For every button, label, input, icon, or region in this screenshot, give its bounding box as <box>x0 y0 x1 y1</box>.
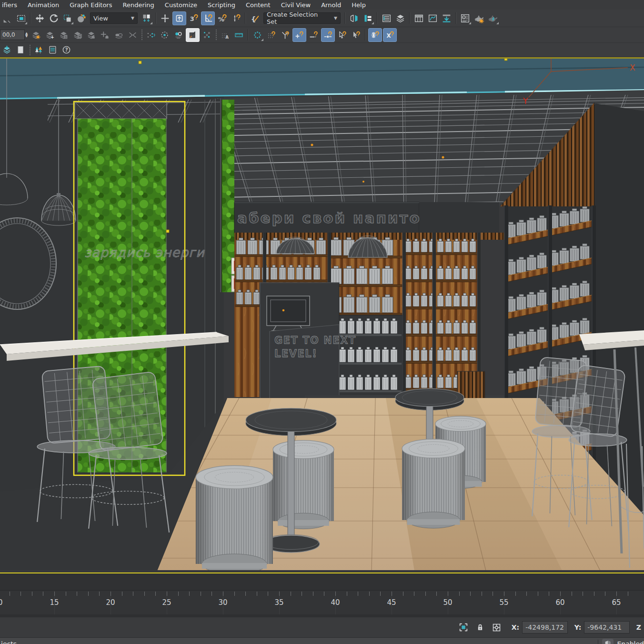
cursor-help-button[interactable] <box>336 29 349 41</box>
menu-item-animation[interactable]: Animation <box>22 1 64 9</box>
layer-download-button[interactable] <box>0 43 13 56</box>
measure-distance-button[interactable] <box>232 29 245 41</box>
paint-selection-button[interactable] <box>186 28 200 42</box>
select-and-scale-button[interactable] <box>61 12 74 25</box>
angle-snap-toggle-button[interactable] <box>201 11 215 25</box>
timeline-tick <box>335 592 336 596</box>
menu-item-graph-editors[interactable]: Graph Editors <box>64 1 117 9</box>
align-button[interactable] <box>362 12 374 25</box>
set-current-layer-home-icon <box>87 31 96 40</box>
menu-item-rendering[interactable]: Rendering <box>117 1 159 9</box>
select-objects-in-layer-button[interactable] <box>112 29 125 41</box>
menu-item-help[interactable]: Help <box>346 1 371 9</box>
selection-lock-toggle-button[interactable] <box>474 621 486 634</box>
align-pivots-button[interactable] <box>144 29 157 41</box>
edit-named-selection-sets-button[interactable]: { <box>248 12 261 25</box>
delete-help-button[interactable]: X <box>383 28 397 42</box>
delete-help-icon: X <box>385 31 394 40</box>
menu-item-arnold[interactable]: Arnold <box>316 1 346 9</box>
select-and-rotate-button[interactable] <box>47 12 60 25</box>
select-and-rotate-icon <box>49 13 59 23</box>
vegetation-paint-button[interactable] <box>32 43 45 56</box>
material-editor-button[interactable] <box>459 12 472 25</box>
timeline-tick <box>257 592 257 596</box>
center-to-object-button[interactable] <box>158 29 171 41</box>
merge-layers-button[interactable] <box>126 29 139 41</box>
security-shield-button[interactable] <box>602 639 614 644</box>
percent-snap-toggle-button[interactable]: % <box>216 12 229 25</box>
menu-bar: ifiersAnimationGraph EditorsRenderingCus… <box>0 0 644 10</box>
use-pivot-point-center-button[interactable] <box>140 12 153 25</box>
notes-document-button[interactable] <box>46 43 59 56</box>
isolate-selection-toggle-button[interactable] <box>458 621 470 634</box>
add-point-help-button[interactable] <box>292 28 306 42</box>
menu-item-civil-view[interactable]: Civil View <box>276 1 316 9</box>
spinner-snap-toggle-button[interactable] <box>230 12 242 25</box>
safe-scene-enabled-label: Enabled <box>617 640 644 644</box>
blank-canvas-button[interactable] <box>14 43 27 56</box>
clone-and-align-icon <box>174 31 183 40</box>
curve-editor-button[interactable] <box>426 12 439 25</box>
x-coordinate-field[interactable]: -42498,172 <box>522 621 568 634</box>
timeline-tick <box>369 592 370 596</box>
manage-layers-button[interactable] <box>30 29 42 41</box>
toggle-layer-explorer-button[interactable] <box>394 12 407 25</box>
absolute-mode-transform-button[interactable] <box>491 621 503 634</box>
mirror-button[interactable] <box>348 12 361 25</box>
reference-coordinate-system-dropdown[interactable]: View▼ <box>90 12 138 24</box>
snap-3d-button[interactable]: 3 <box>187 12 200 25</box>
set-current-layer-home-button[interactable] <box>85 29 98 41</box>
perspective-viewport[interactable]: XYзарядись энергиабери свой напиток здес… <box>0 57 644 573</box>
timeline-tick <box>20 592 21 596</box>
named-selection-set-dropdown[interactable]: Create Selection Set▼ <box>263 12 341 24</box>
cursor-filled-help-icon <box>352 31 361 40</box>
edit-named-selection-sets-icon: { <box>250 13 260 23</box>
y-coordinate-field[interactable]: -9642,431 <box>584 621 630 634</box>
svg-text:Y: Y <box>523 96 528 106</box>
snap-override-button[interactable] <box>159 12 171 25</box>
slider-help-button[interactable] <box>321 28 335 42</box>
grid-annotate-button[interactable]: A <box>219 29 231 41</box>
select-and-manipulate-button[interactable] <box>75 12 88 25</box>
segment-help-button[interactable] <box>307 29 320 41</box>
weight-spinner-spinner-arrows[interactable]: ▲▼ <box>25 32 28 38</box>
timeline-ruler[interactable]: 101520253035404550556065 <box>0 591 644 617</box>
toolbar-separator <box>409 12 410 24</box>
menu-item-scripting[interactable]: Scripting <box>202 1 241 9</box>
clone-and-align-button[interactable] <box>172 29 185 41</box>
scatter-objects-button[interactable] <box>201 29 213 41</box>
freeze-help-button[interactable] <box>368 28 382 42</box>
add-to-current-layer-button[interactable] <box>99 29 111 41</box>
spinner-snap-toggle-icon <box>231 13 241 23</box>
ik-chain-help-button[interactable] <box>279 29 292 41</box>
toolbar-separator <box>245 12 246 24</box>
create-new-layer-button[interactable]: + <box>43 29 56 41</box>
menu-item-customize[interactable]: Customize <box>160 1 202 9</box>
track-bar-strip[interactable] <box>0 573 644 591</box>
timeline-tick <box>144 592 145 596</box>
menu-item-content[interactable]: Content <box>241 1 276 9</box>
weight-spinner-field[interactable]: 00,0 <box>0 30 25 40</box>
rectangular-selection-region-button[interactable] <box>15 12 28 25</box>
dope-sheet-button[interactable] <box>440 12 453 25</box>
help-circle-button[interactable]: ? <box>60 43 73 56</box>
add-selection-to-layer-button[interactable] <box>71 29 84 41</box>
delete-layer-button[interactable] <box>57 29 70 41</box>
vegetation-paint-icon <box>34 45 43 54</box>
select-and-move-button[interactable] <box>33 12 46 25</box>
cursor-filled-help-button[interactable] <box>350 29 362 41</box>
render-frame-button[interactable] <box>486 12 499 25</box>
window-crossing-partial-button[interactable] <box>1 12 14 25</box>
timeline-tick <box>234 592 235 596</box>
toggle-ribbon-button[interactable] <box>413 12 425 25</box>
toggle-scene-explorer-button[interactable] <box>380 12 393 25</box>
prompt-bar: jects Enabled <box>0 638 644 644</box>
render-setup-button[interactable] <box>473 12 485 25</box>
grid-help-button[interactable] <box>265 29 278 41</box>
circular-array-button[interactable] <box>251 29 264 41</box>
timeline-tick <box>111 592 111 596</box>
svg-text:зарядись энерги: зарядись энерги <box>84 245 205 260</box>
menu-item-ifiers[interactable]: ifiers <box>1 1 22 9</box>
prompt-bar-right: Enabled <box>598 638 644 644</box>
snaps-toggle-button[interactable] <box>172 11 186 25</box>
